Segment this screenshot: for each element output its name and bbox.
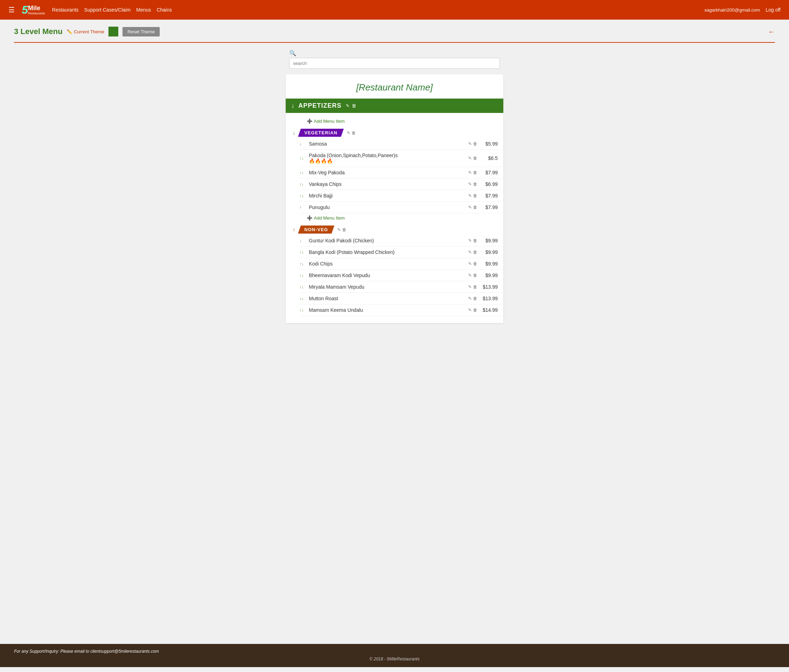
delete-mutton-button[interactable]: 🗑 [473, 296, 478, 301]
nonveg-menu-items: ↓ Guntur Kodi Pakodi (Chicken) ✎ 🗑 $9.99… [286, 235, 503, 316]
nav-support[interactable]: Support Cases/Claim [84, 7, 131, 13]
edit-bangla-button[interactable]: ✎ [468, 250, 472, 255]
subcat-nonveg-row: ↑ NON-VEG ✎ 🗑 [293, 226, 503, 234]
user-email: sagarkhatri200@gmail.com [704, 7, 760, 13]
logo-mile: Mile [28, 5, 40, 11]
logo-rest: Restaurants [28, 11, 45, 15]
delete-pakoda-button[interactable]: 🗑 [473, 156, 478, 161]
search-input[interactable] [289, 58, 500, 69]
delete-samosa-button[interactable]: 🗑 [473, 141, 478, 146]
delete-miryala-button[interactable]: 🗑 [473, 285, 478, 289]
edit-mamsam-button[interactable]: ✎ [468, 307, 472, 312]
menu-item-kodichips: ↑↓ Kodi Chips ✎ 🗑 $9.99 [300, 258, 503, 270]
edit-guntur-button[interactable]: ✎ [468, 238, 472, 243]
item-name-bheemavaram: Bheemavaram Kodi Vepudu [309, 272, 465, 278]
header: ☰ 5 Mile Restaurants Restaurants Support… [0, 0, 789, 20]
current-theme-label: Current Theme [74, 29, 104, 34]
item-price-bangla: $9.99 [480, 249, 498, 255]
item-name-mutton: Mutton Roast [309, 296, 465, 301]
item-name-punugulu: Punugulu [309, 204, 465, 210]
page-body: 3 Level Menu ✏️ Current Theme Reset Them… [0, 20, 789, 644]
reset-theme-button[interactable]: Reset Theme [123, 27, 160, 37]
item-edit-bheemavaram: ✎ 🗑 [468, 273, 478, 278]
item-arrows-pakoda: ↑↓ [300, 156, 306, 160]
delete-bangla-button[interactable]: 🗑 [473, 250, 478, 255]
menu-item-punugulu: ↑ Punugulu ✎ 🗑 $7.99 [300, 202, 503, 213]
item-price-kodichips: $9.99 [480, 261, 498, 267]
delete-kodichips-button[interactable]: 🗑 [473, 261, 478, 266]
item-edit-kodichips: ✎ 🗑 [468, 261, 478, 266]
theme-color-swatch[interactable] [109, 27, 118, 37]
subcat-badge-nonveg: NON-VEG [298, 226, 334, 234]
edit-category-button[interactable]: ✎ [346, 103, 350, 108]
edit-bheemavaram-button[interactable]: ✎ [468, 273, 472, 278]
item-name-mirchi: Mirchi Bajji [309, 193, 465, 199]
plus-icon-2: ➕ [307, 215, 312, 221]
menu-item-guntur: ↓ Guntur Kodi Pakodi (Chicken) ✎ 🗑 $9.99 [300, 235, 503, 247]
item-name-pakoda: Pakoda (Onion,Spinach,Potato,Paneer)s 🔥🔥… [309, 153, 465, 164]
nav-menus[interactable]: Menus [136, 7, 151, 13]
nav-chains[interactable]: Chains [157, 7, 172, 13]
delete-subcat-veg-button[interactable]: 🗑 [352, 131, 356, 135]
delete-mixveg-button[interactable]: 🗑 [473, 170, 478, 175]
item-name-miryala: Miryala Mamsam Vepudu [309, 284, 465, 290]
header-left: ☰ 5 Mile Restaurants Restaurants Support… [8, 3, 172, 16]
item-price-punugulu: $7.99 [480, 204, 498, 210]
item-arrows-bangla: ↑↓ [300, 250, 306, 254]
item-edit-bangla: ✎ 🗑 [468, 250, 478, 255]
add-menu-item-veg-label: Add Menu Item [314, 215, 345, 221]
edit-samosa-button[interactable]: ✎ [468, 141, 472, 146]
search-icon: 🔍 [289, 50, 296, 56]
item-arrows-vankaya: ↑↓ [300, 182, 306, 186]
footer-support-text: For any Support/Inquiry: Please email to… [14, 649, 775, 654]
delete-mirchi-button[interactable]: 🗑 [473, 193, 478, 198]
edit-subcat-veg-button[interactable]: ✎ [347, 131, 350, 135]
add-menu-item-veg-bottom[interactable]: ➕ Add Menu Item [286, 213, 345, 223]
section-divider [14, 42, 775, 43]
edit-subcat-nonveg-button[interactable]: ✎ [337, 227, 341, 232]
back-button[interactable]: ← [768, 28, 775, 36]
item-edit-mutton: ✎ 🗑 [468, 296, 478, 301]
delete-vankaya-button[interactable]: 🗑 [473, 182, 478, 186]
item-name-mamsam: Mamsam Keema Undalu [309, 307, 465, 313]
subcat-arrow-up: ↑ [293, 227, 295, 232]
edit-punugulu-button[interactable]: ✎ [468, 205, 472, 210]
subcat-arrow-down: ↓ [293, 130, 295, 136]
menu-item-mirchi: ↑↓ Mirchi Bajji ✎ 🗑 $7.99 [300, 190, 503, 202]
search-icon-row: 🔍 [289, 50, 500, 56]
edit-kodichips-button[interactable]: ✎ [468, 261, 472, 266]
edit-miryala-button[interactable]: ✎ [468, 285, 472, 289]
delete-category-button[interactable]: 🗑 [352, 103, 356, 108]
fire-emojis-pakoda: 🔥🔥🔥🔥 [309, 158, 333, 164]
add-menu-item-button-top[interactable]: ➕ Add Menu Item [286, 116, 345, 126]
item-edit-mirchi: ✎ 🗑 [468, 193, 478, 198]
delete-subcat-nonveg-button[interactable]: 🗑 [342, 227, 347, 232]
logoff-link[interactable]: Log off [765, 7, 781, 13]
delete-bheemavaram-button[interactable]: 🗑 [473, 273, 478, 278]
edit-mixveg-button[interactable]: ✎ [468, 170, 472, 175]
nav-links: Restaurants Support Cases/Claim Menus Ch… [52, 7, 172, 13]
delete-guntur-button[interactable]: 🗑 [473, 238, 478, 243]
subcat-vegeterian-row: ↓ VEGETERIAN ✎ 🗑 [293, 129, 503, 137]
item-name-guntur: Guntur Kodi Pakodi (Chicken) [309, 238, 465, 244]
logo-area: 5 Mile Restaurants [22, 3, 45, 16]
edit-mirchi-button[interactable]: ✎ [468, 193, 472, 198]
item-edit-mixveg: ✎ 🗑 [468, 170, 478, 175]
hamburger-icon[interactable]: ☰ [8, 6, 15, 14]
header-right: sagarkhatri200@gmail.com Log off [704, 7, 781, 13]
delete-punugulu-button[interactable]: 🗑 [473, 205, 478, 210]
item-arrows-mutton: ↑↓ [300, 296, 306, 301]
edit-mutton-button[interactable]: ✎ [468, 296, 472, 301]
category-name-appetizers: APPETIZERS [298, 102, 342, 110]
edit-vankaya-button[interactable]: ✎ [468, 182, 472, 186]
menu-item-mamsam: ↑↓ Mamsam Keema Undalu ✎ 🗑 $14.99 [300, 304, 503, 316]
item-edit-punugulu: ✎ 🗑 [468, 205, 478, 210]
current-theme-button[interactable]: ✏️ Current Theme [67, 29, 104, 34]
plus-icon: ➕ [307, 119, 312, 124]
menu-item-mutton: ↑↓ Mutton Roast ✎ 🗑 $13.99 [300, 293, 503, 304]
nav-restaurants[interactable]: Restaurants [52, 7, 78, 13]
item-arrows-kodichips: ↑↓ [300, 262, 306, 266]
edit-pakoda-button[interactable]: ✎ [468, 156, 472, 161]
delete-mamsam-button[interactable]: 🗑 [473, 307, 478, 312]
menu-item-vankaya: ↑↓ Vankaya Chips ✎ 🗑 $6.99 [300, 178, 503, 190]
